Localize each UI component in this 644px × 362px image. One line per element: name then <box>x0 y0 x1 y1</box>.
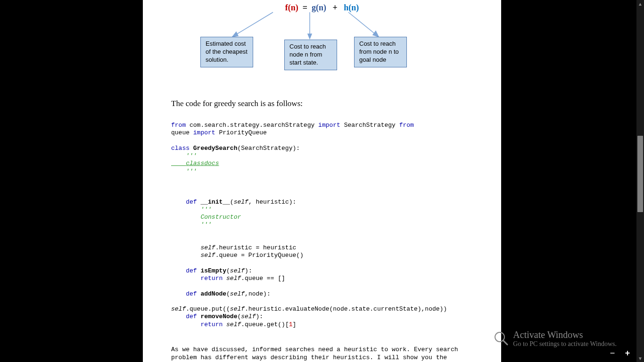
formula-equals: = <box>303 3 307 12</box>
svg-marker-1 <box>232 32 238 37</box>
formula-diagram: f(n) = g(n) + h(n) <box>171 0 473 75</box>
scrollbar-track[interactable] <box>636 8 644 354</box>
code-block: from com.search.strategy.searchStrategy … <box>171 122 473 329</box>
formula-hn: h(n) <box>344 3 359 12</box>
evaluation-formula: f(n) = g(n) + h(n) <box>171 3 473 13</box>
activate-windows-watermark: Activate Windows Go to PC settings to ac… <box>513 329 617 348</box>
gn-explanation-box: Cost to reach node n from start state. <box>284 40 337 70</box>
intro-text: The code for greedy search is as follows… <box>171 99 473 108</box>
explanation-paragraph: As we have discussed, informed searches … <box>171 346 473 362</box>
zoom-in-button[interactable]: + <box>624 348 631 358</box>
page-content: f(n) = g(n) + h(n) <box>143 0 501 362</box>
svg-line-0 <box>232 12 273 37</box>
svg-line-7 <box>503 340 507 345</box>
scrollbar-thumb[interactable] <box>637 136 643 212</box>
scroll-up-button[interactable]: ▲ <box>636 0 644 8</box>
zoom-controls: − + <box>609 348 631 358</box>
hn-explanation-box: Cost to reach from node n to goal node <box>354 37 407 67</box>
formula-gn: g(n) <box>312 3 326 12</box>
watermark-title: Activate Windows <box>513 329 617 340</box>
formula-fn: f(n) <box>285 3 298 12</box>
reader-viewport: f(n) = g(n) + h(n) <box>0 0 644 362</box>
svg-line-4 <box>348 12 379 37</box>
formula-plus: + <box>332 3 337 12</box>
svg-marker-5 <box>373 31 379 37</box>
vertical-scrollbar[interactable]: ▲ ▼ <box>636 0 644 362</box>
svg-marker-3 <box>308 34 312 39</box>
fn-explanation-box: Estimated cost of the cheapest solution. <box>200 37 253 67</box>
document-page: f(n) = g(n) + h(n) <box>143 0 501 362</box>
scroll-down-button[interactable]: ▼ <box>636 354 644 362</box>
watermark-subtitle: Go to PC settings to activate Windows. <box>513 340 617 348</box>
zoom-out-button[interactable]: − <box>609 348 616 358</box>
